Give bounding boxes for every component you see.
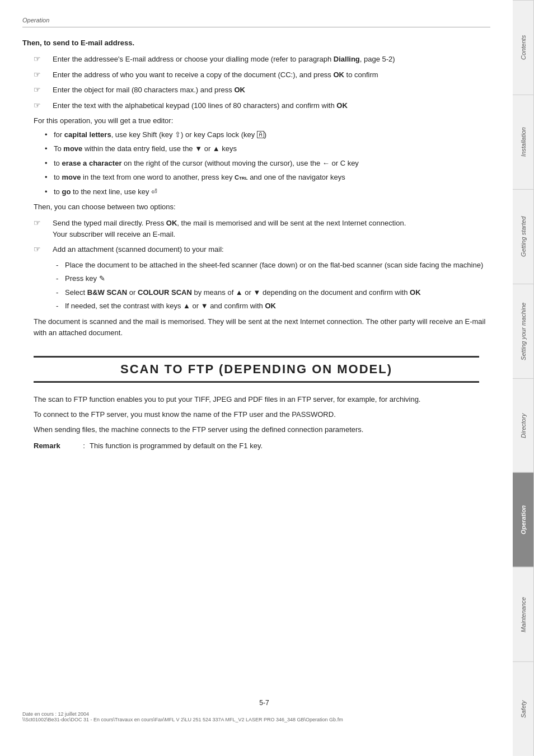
option-text-1: Send the typed mail directly. Press OK, … bbox=[53, 218, 490, 240]
instruction-text-4: Enter the text with the alphabetical key… bbox=[53, 100, 490, 111]
scan-ftp-para2: To connect to the FTP server, you must k… bbox=[34, 409, 490, 421]
sidebar-tab-directory[interactable]: Directory bbox=[513, 378, 534, 473]
bullet-item-4: to move in the text from one word to ano… bbox=[45, 172, 490, 183]
sidebar-tab-label: Installation bbox=[520, 128, 527, 157]
instruction-3: ☞ Enter the object for mail (80 characte… bbox=[22, 84, 490, 96]
footer-date: Date en cours : 12 juillet 2004 bbox=[22, 711, 89, 717]
sidebar-tab-setting[interactable]: Setting your machine bbox=[513, 284, 534, 378]
sidebar: Contents Installation Getting started Se… bbox=[513, 0, 534, 756]
scan-ftp-body: The scan to FTP function enables you to … bbox=[22, 394, 490, 435]
attachment-step-1: Place the document to be attached in the… bbox=[56, 260, 490, 271]
section-label: Operation bbox=[22, 17, 490, 24]
page-footer: 5-7 Date en cours : 12 juillet 2004 \\Sc… bbox=[22, 699, 506, 722]
instruction-text-2: Enter the address of who you want to rec… bbox=[53, 69, 490, 81]
page-number: 5-7 bbox=[259, 699, 269, 707]
sidebar-tab-maintenance[interactable]: Maintenance bbox=[513, 567, 534, 661]
bullet-list: for capital letters, use key Shift (key … bbox=[22, 129, 490, 198]
sidebar-tab-label: Directory bbox=[520, 413, 527, 438]
instruction-4: ☞ Enter the text with the alphabetical k… bbox=[22, 100, 490, 111]
attachment-step-3: Select B&W SCAN or COLOUR SCAN by means … bbox=[56, 287, 490, 298]
sidebar-tab-getting-started[interactable]: Getting started bbox=[513, 189, 534, 284]
sidebar-tab-label: Safety bbox=[520, 700, 527, 717]
editor-intro: For this operation, you will get a true … bbox=[22, 115, 490, 127]
remark-colon: : bbox=[78, 442, 90, 450]
bullet-item-3: to erase a character on the right of the… bbox=[45, 158, 490, 169]
remark-label: Remark bbox=[34, 442, 78, 450]
closing-para: The document is scanned and the mail is … bbox=[22, 316, 490, 340]
bullet-item-2: To move within the data entry field, use… bbox=[45, 143, 490, 154]
scan-ftp-para3: When sending files, the machine connects… bbox=[34, 424, 490, 436]
option-2: ☞ Add an attachment (scanned document) t… bbox=[22, 244, 490, 255]
instruction-icon-3: ☞ bbox=[34, 85, 49, 94]
remark-row: Remark : This function is programmed by … bbox=[22, 442, 490, 450]
option-icon-2: ☞ bbox=[34, 245, 49, 253]
instruction-text-1: Enter the addressee's E-mail address or … bbox=[53, 54, 490, 65]
sidebar-tab-contents[interactable]: Contents bbox=[513, 0, 534, 95]
attachment-steps: Place the document to be attached in the… bbox=[22, 260, 490, 312]
attachment-step-4: If needed, set the contrast with keys ▲ … bbox=[56, 300, 490, 312]
sidebar-tab-label: Getting started bbox=[520, 217, 527, 257]
instruction-icon-4: ☞ bbox=[34, 101, 49, 110]
scan-ftp-heading: SCAN TO FTP (DEPENDING ON MODEL) bbox=[120, 362, 392, 376]
sidebar-tab-safety[interactable]: Safety bbox=[513, 661, 534, 756]
instruction-2: ☞ Enter the address of who you want to r… bbox=[22, 69, 490, 81]
sidebar-tab-installation[interactable]: Installation bbox=[513, 95, 534, 189]
sidebar-tab-label: Setting your machine bbox=[520, 302, 527, 360]
sidebar-tab-label: Contents bbox=[520, 35, 527, 60]
scan-ftp-heading-box: SCAN TO FTP (DEPENDING ON MODEL) bbox=[34, 356, 479, 383]
bullet-item-5: to go to the next line, use key ⏎ bbox=[45, 186, 490, 198]
instruction-1: ☞ Enter the addressee's E-mail address o… bbox=[22, 54, 490, 65]
footer-path: \\Sct01002\Be31-doc\DOC 31 - En cours\Tr… bbox=[22, 717, 343, 722]
two-options-intro: Then, you can choose between two options… bbox=[22, 201, 490, 213]
instruction-icon-1: ☞ bbox=[34, 54, 49, 63]
top-rule bbox=[22, 27, 490, 27]
send-email-title: Then, to send to E-mail address. bbox=[22, 39, 490, 47]
scan-icon: ✎ bbox=[99, 273, 105, 284]
instruction-text-3: Enter the object for mail (80 characters… bbox=[53, 84, 490, 96]
sidebar-tab-operation[interactable]: Operation bbox=[513, 472, 534, 567]
option-1: ☞ Send the typed mail directly. Press OK… bbox=[22, 218, 490, 240]
scan-ftp-para1: The scan to FTP function enables you to … bbox=[34, 394, 490, 406]
sidebar-tab-label: Operation bbox=[520, 505, 527, 534]
remark-text: This function is programmed by default o… bbox=[90, 442, 490, 450]
attachment-step-2: Press key ✎ bbox=[56, 273, 490, 284]
instruction-icon-2: ☞ bbox=[34, 70, 49, 79]
bullet-item-1: for capital letters, use key Shift (key … bbox=[45, 129, 490, 140]
sidebar-tab-label: Maintenance bbox=[520, 597, 527, 632]
main-content: Operation Then, to send to E-mail addres… bbox=[0, 0, 513, 756]
option-icon-1: ☞ bbox=[34, 218, 49, 227]
option-text-2: Add an attachment (scanned document) to … bbox=[53, 244, 490, 255]
